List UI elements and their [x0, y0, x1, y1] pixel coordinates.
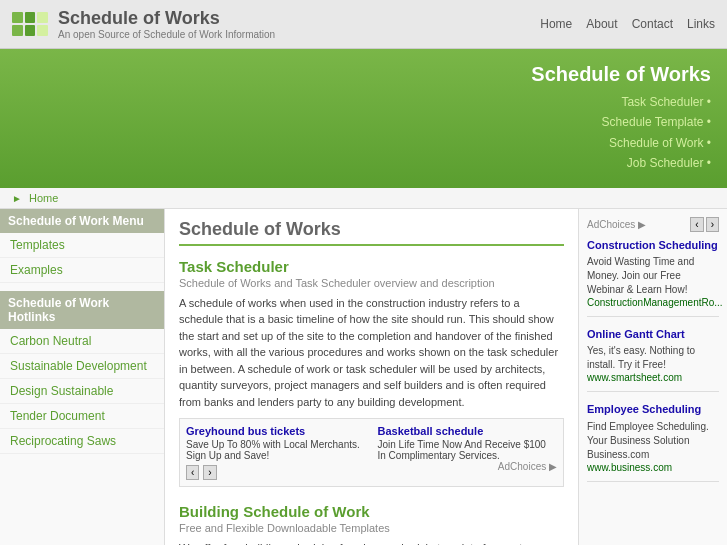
ad-choices-label: AdChoices ▶	[378, 461, 558, 472]
right-ad-gantt-desc: Yes, it's easy. Nothing to install. Try …	[587, 344, 719, 372]
sidebar-menu-header: Schedule of Work Menu	[0, 209, 164, 233]
hero-link-schedule-of-work[interactable]: Schedule of Work •	[16, 133, 711, 153]
logo-cell	[12, 12, 23, 23]
ad-right: Basketball schedule Join Life Time Now A…	[378, 425, 558, 480]
right-ad-nav: ‹ ›	[690, 217, 719, 232]
ad-left-link[interactable]: Greyhound bus tickets	[186, 425, 305, 437]
header-logo: Schedule of Works An open Source of Sche…	[12, 8, 275, 40]
sidebar-item-reciprocating-saws[interactable]: Reciprocating Saws	[0, 429, 164, 454]
right-ad-header: AdChoices ▶ ‹ ›	[587, 217, 719, 232]
ad-right-link[interactable]: Basketball schedule	[378, 425, 484, 437]
article-building-schedule: Building Schedule of Work Free and Flexi…	[179, 503, 564, 545]
right-ad-employee: Employee Scheduling Find Employee Schedu…	[587, 402, 719, 481]
breadcrumb: ► Home	[0, 188, 727, 209]
ad-left: Greyhound bus tickets Save Up To 80% wit…	[186, 425, 366, 480]
ad-next-button[interactable]: ›	[203, 465, 216, 480]
right-ad-next-button[interactable]: ›	[706, 217, 719, 232]
site-title: Schedule of Works	[58, 8, 275, 29]
nav-about[interactable]: About	[586, 17, 617, 31]
right-ad-construction-url: ConstructionManagementRo...	[587, 297, 723, 308]
site-subtitle: An open Source of Schedule of Work Infor…	[58, 29, 275, 40]
ad-prev-button[interactable]: ‹	[186, 465, 199, 480]
header-title-block: Schedule of Works An open Source of Sche…	[58, 8, 275, 40]
logo-cell	[12, 25, 23, 36]
ad-right-desc: Join Life Time Now And Receive $100 In C…	[378, 439, 558, 461]
main-layout: Schedule of Work Menu Templates Examples…	[0, 209, 727, 545]
right-ad-prev-button[interactable]: ‹	[690, 217, 703, 232]
logo-icon	[12, 12, 48, 36]
inline-ad-row: Greyhound bus tickets Save Up To 80% wit…	[179, 418, 564, 487]
hero-link-job-scheduler[interactable]: Job Scheduler •	[16, 153, 711, 173]
page-title: Schedule of Works	[179, 219, 564, 246]
article-task-scheduler-body: A schedule of works when used in the con…	[179, 295, 564, 411]
article-task-scheduler: Task Scheduler Schedule of Works and Tas…	[179, 258, 564, 488]
sidebar-item-examples[interactable]: Examples	[0, 258, 164, 283]
nav-links[interactable]: Links	[687, 17, 715, 31]
right-sidebar: AdChoices ▶ ‹ › Construction Scheduling …	[579, 209, 727, 545]
hero-link-task-scheduler[interactable]: Task Scheduler •	[16, 92, 711, 112]
header-nav: Home About Contact Links	[540, 17, 715, 31]
right-ad-employee-desc: Find Employee Scheduling. Your Business …	[587, 420, 719, 462]
right-ad-gantt: Online Gantt Chart Yes, it's easy. Nothi…	[587, 327, 719, 392]
logo-cell	[25, 25, 36, 36]
sidebar-item-tender-document[interactable]: Tender Document	[0, 404, 164, 429]
breadcrumb-home[interactable]: Home	[29, 192, 58, 204]
logo-cell	[37, 12, 48, 23]
sidebar: Schedule of Work Menu Templates Examples…	[0, 209, 165, 545]
ad-nav-left: ‹ ›	[186, 465, 366, 480]
article-building-schedule-title: Building Schedule of Work	[179, 503, 564, 520]
nav-contact[interactable]: Contact	[632, 17, 673, 31]
right-ad-construction-desc: Avoid Wasting Time and Money. Join our F…	[587, 255, 719, 297]
article-building-schedule-subtitle: Free and Flexible Downloadable Templates	[179, 522, 564, 534]
ad-choices-right-label: AdChoices ▶	[587, 219, 646, 230]
article-task-scheduler-title: Task Scheduler	[179, 258, 564, 275]
sidebar-item-carbon-neutral[interactable]: Carbon Neutral	[0, 329, 164, 354]
right-ad-employee-url: www.business.com	[587, 462, 672, 473]
ad-left-desc: Save Up To 80% with Local Merchants. Sig…	[186, 439, 366, 461]
sidebar-item-design-sustainable[interactable]: Design Sustainable	[0, 379, 164, 404]
content-area: Schedule of Works Task Scheduler Schedul…	[165, 209, 579, 545]
nav-home[interactable]: Home	[540, 17, 572, 31]
logo-cell	[25, 12, 36, 23]
sidebar-item-templates[interactable]: Templates	[0, 233, 164, 258]
article-task-scheduler-subtitle: Schedule of Works and Task Scheduler ove…	[179, 277, 564, 289]
header: Schedule of Works An open Source of Sche…	[0, 0, 727, 49]
right-ad-gantt-url: www.smartsheet.com	[587, 372, 682, 383]
sidebar-hotlinks-header: Schedule of Work Hotlinks	[0, 291, 164, 329]
breadcrumb-arrow: ►	[12, 193, 22, 204]
right-ad-gantt-link[interactable]: Online Gantt Chart	[587, 327, 719, 342]
hero-title: Schedule of Works	[16, 63, 711, 86]
sidebar-item-sustainable-development[interactable]: Sustainable Development	[0, 354, 164, 379]
hero-links: Task Scheduler • Schedule Template • Sch…	[16, 92, 711, 174]
right-ad-employee-link[interactable]: Employee Scheduling	[587, 402, 719, 417]
article-building-schedule-body: We offer free building schedule of works…	[179, 540, 564, 545]
right-ad-construction: Construction Scheduling Avoid Wasting Ti…	[587, 238, 719, 317]
hero-link-schedule-template[interactable]: Schedule Template •	[16, 112, 711, 132]
right-ad-construction-link[interactable]: Construction Scheduling	[587, 238, 719, 253]
hero-banner: Schedule of Works Task Scheduler • Sched…	[0, 49, 727, 188]
logo-cell	[37, 25, 48, 36]
